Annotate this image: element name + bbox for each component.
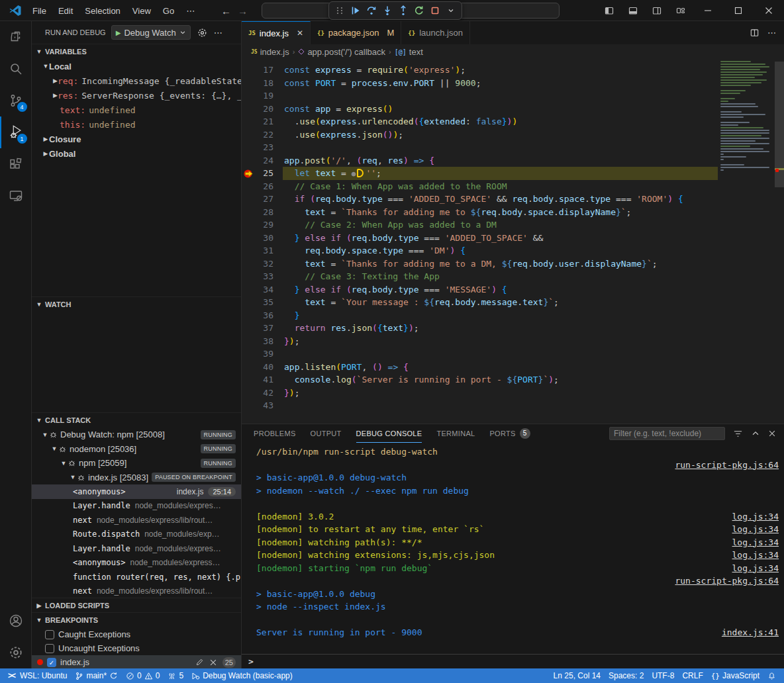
menu-file[interactable]: File [26, 3, 52, 19]
code-lines[interactable]: 17const express = require('express');18c… [242, 64, 784, 412]
stop-icon[interactable] [427, 3, 443, 19]
code-editor[interactable]: 17const express = require('express');18c… [242, 59, 784, 424]
code-line[interactable]: 21 .use(express.urlencoded({extended: fa… [242, 115, 784, 128]
variable-row[interactable]: text:undefined [32, 103, 241, 117]
breakpoint-gutter[interactable] [242, 77, 256, 90]
panel-tab-problems[interactable]: PROBLEMS [254, 424, 296, 443]
panel-tab-ports[interactable]: PORTS5 [489, 424, 530, 443]
stack-session[interactable]: ▼nodemon [25036]RUNNING [32, 442, 241, 457]
call-stack-section-header[interactable]: ▼CALL STACK [32, 413, 241, 428]
debug-console-input[interactable]: > [242, 654, 784, 668]
breakpoint-row[interactable]: Uncaught Exceptions [32, 641, 241, 655]
stack-frame[interactable]: <anonymous>index.js25:14 [32, 484, 241, 499]
views-more-actions-icon[interactable]: ⋯ [214, 28, 222, 38]
split-editor-icon[interactable] [750, 28, 760, 38]
code-line[interactable]: 20const app = express() [242, 103, 784, 116]
stack-session[interactable]: ▼Debug Watch: npm [25008]RUNNING [32, 428, 241, 442]
menu-edit[interactable]: Edit [52, 3, 79, 19]
activity-remote-explorer[interactable] [0, 180, 32, 212]
source-link[interactable]: log.js:34 [732, 524, 779, 534]
branch-status[interactable]: main* [71, 668, 122, 683]
tab-launch.json[interactable]: {}launch.json [401, 21, 470, 44]
restart-icon[interactable] [411, 3, 427, 19]
breakpoint-gutter[interactable] [242, 270, 256, 283]
code-line[interactable]: 22 .use(express.json()); [242, 128, 784, 142]
minimap[interactable] [720, 61, 772, 175]
breakpoint-gutter[interactable] [242, 180, 256, 193]
activity-search[interactable] [0, 53, 32, 85]
stack-frame[interactable]: Layer.handlenode_modules/expres… [32, 499, 241, 514]
toggle-sidebar-icon[interactable] [597, 0, 621, 21]
variable-row[interactable]: ▶res:ServerResponse {_events: {…}, _ev… [32, 88, 241, 103]
editor-scrollbar[interactable] [775, 59, 784, 424]
breakpoint-gutter[interactable] [242, 103, 256, 116]
code-line[interactable]: 31 req.body.space.type === 'DM') { [242, 244, 784, 257]
source-link[interactable]: log.js:34 [732, 563, 779, 573]
panel-tab-debug-console[interactable]: DEBUG CONSOLE [356, 424, 422, 443]
breakpoints-section-header[interactable]: ▼BREAKPOINTS [32, 613, 241, 627]
ports-status[interactable]: 5 [164, 668, 187, 683]
code-line[interactable]: 43 [242, 399, 784, 412]
edit-breakpoint-icon[interactable] [195, 658, 204, 666]
debug-status[interactable]: Debug Watch (basic-app) [187, 668, 297, 683]
step-over-icon[interactable] [364, 3, 379, 19]
breakpoint-gutter[interactable] [242, 193, 256, 206]
close-panel-icon[interactable] [768, 430, 776, 437]
breakpoint-gutter[interactable] [242, 128, 256, 142]
breakpoint-gutter[interactable] [242, 206, 256, 219]
filter-icon[interactable] [733, 429, 743, 439]
breakpoint-gutter[interactable] [242, 296, 256, 309]
code-line[interactable]: 24app.post('/', (req, res) => { [242, 154, 784, 167]
remote-indicator[interactable]: ><WSL: Ubuntu [4, 668, 71, 683]
source-link[interactable]: log.js:34 [732, 512, 779, 522]
toggle-panel-icon[interactable] [621, 0, 645, 21]
debug-settings-gear-icon[interactable] [197, 28, 207, 38]
breakpoint-checkbox[interactable] [45, 630, 54, 639]
code-line[interactable]: 39 [242, 347, 784, 361]
close-window-icon[interactable] [754, 0, 784, 21]
step-out-icon[interactable] [395, 3, 411, 19]
activity-explorer[interactable] [0, 21, 32, 53]
stack-session[interactable]: ▼npm [25059]RUNNING [32, 456, 241, 471]
watch-section-header[interactable]: ▼WATCH [32, 297, 241, 312]
breakpoint-gutter[interactable] [242, 257, 256, 271]
breakpoint-gutter[interactable] [242, 335, 256, 348]
editor-more-actions-icon[interactable]: ⋯ [767, 28, 776, 38]
source-link[interactable]: log.js:34 [732, 550, 779, 560]
stack-session[interactable]: ▼index.js [25083]PAUSED ON BREAKPOINT [32, 471, 241, 485]
maximize-icon[interactable] [723, 0, 754, 21]
stack-frame[interactable]: <anonymous>node_modules/express… [32, 556, 241, 570]
activity-run-and-debug[interactable]: 1 [0, 116, 32, 148]
breakpoint-gutter[interactable] [242, 387, 256, 400]
code-line[interactable]: 36 } [242, 309, 784, 322]
breadcrumb-item[interactable]: JSindex.js [251, 47, 289, 57]
breadcrumb-item[interactable]: [@]text [395, 47, 423, 57]
menu-selection[interactable]: Selection [79, 3, 126, 19]
tab-package.json[interactable]: {}package.jsonM [311, 21, 401, 44]
code-line[interactable]: 37 return res.json({text}); [242, 322, 784, 335]
source-link[interactable]: run-script-pkg.js:64 [675, 460, 779, 470]
stack-frame[interactable]: function router(req, res, next) {.pr… [32, 570, 241, 584]
stack-frame[interactable]: Layer.handlenode_modules/expres… [32, 541, 241, 556]
code-line[interactable]: 19 [242, 89, 784, 103]
remove-breakpoint-icon[interactable] [209, 659, 217, 666]
source-link[interactable]: index.js:41 [722, 627, 779, 637]
code-line[interactable]: 42}); [242, 387, 784, 400]
back-arrow-icon[interactable]: ← [221, 5, 231, 17]
breakpoint-gutter[interactable] [242, 218, 256, 232]
stack-frame[interactable]: nextnode_modules/express/lib/rout… [32, 513, 241, 527]
panel-tab-output[interactable]: OUTPUT [311, 424, 342, 443]
variable-row[interactable]: ▶req:IncomingMessage {_readableState: … [32, 73, 241, 88]
breakpoint-gutter[interactable] [242, 89, 256, 103]
code-line[interactable]: 35 text = `Your message : ${req.body.mes… [242, 296, 784, 309]
variable-row[interactable]: ▼Local [32, 59, 241, 73]
menu-go[interactable]: Go [157, 3, 180, 19]
loaded-scripts-section-header[interactable]: ▶LOADED SCRIPTS [32, 598, 241, 612]
breakpoint-gutter[interactable] [242, 322, 256, 335]
breakpoint-gutter[interactable] [242, 361, 256, 374]
breakpoint-gutter[interactable] [242, 373, 256, 387]
source-link[interactable]: log.js:34 [732, 537, 779, 547]
code-line[interactable]: 23 [242, 141, 784, 154]
breakpoint-gutter[interactable] [242, 141, 256, 154]
console-filter-input[interactable] [609, 427, 725, 440]
